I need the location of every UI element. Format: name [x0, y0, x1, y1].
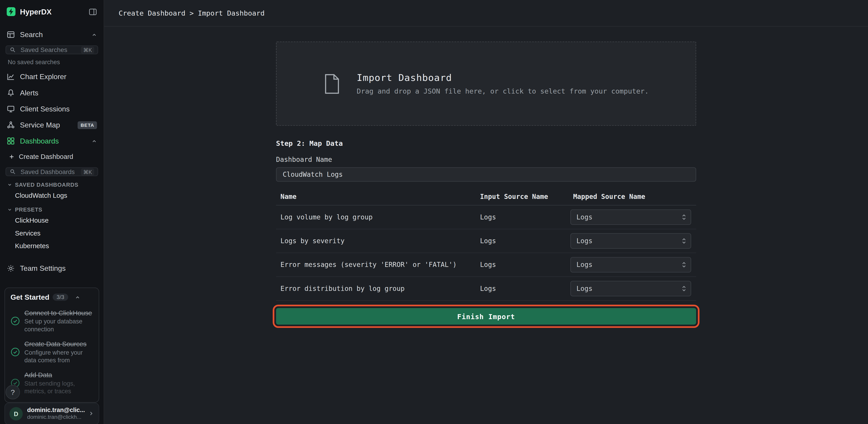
sidebar-item-dashboards[interactable]: Dashboards: [0, 133, 103, 149]
sidebar-collapse-icon[interactable]: [89, 7, 97, 16]
step-title: Connect to ClickHouse: [24, 309, 93, 317]
get-started-step-connect[interactable]: Connect to ClickHouse Set up your databa…: [11, 306, 93, 337]
bell-icon: [6, 89, 15, 97]
input-source-name: Logs: [480, 285, 568, 292]
saved-dashboards-section-header[interactable]: SAVED DASHBOARDS: [0, 177, 103, 189]
chart-name: Log volume by log group: [276, 214, 480, 221]
table-row: Logs by severity Logs Logs: [276, 229, 696, 253]
dashboard-name-input[interactable]: [276, 167, 696, 182]
get-started-title: Get Started: [11, 293, 50, 301]
user-menu[interactable]: D dominic.tran@clic... dominic.tran@clic…: [4, 402, 99, 424]
table-row: Log volume by log group Logs Logs: [276, 205, 696, 229]
chart-explorer-icon: [6, 72, 15, 81]
step-desc: Start sending logs, metrics, or traces: [24, 380, 93, 395]
input-source-name: Logs: [480, 261, 568, 268]
step-desc: Configure where your data comes from: [24, 349, 93, 364]
hyperdx-app: HyperDX Search ⌘K No saved searches: [0, 0, 868, 424]
app-title: HyperDX: [20, 7, 84, 16]
finish-import-button[interactable]: Finish Import: [276, 308, 696, 325]
chevron-up-icon[interactable]: [91, 138, 97, 144]
preset-item-kubernetes[interactable]: Kubernetes: [0, 240, 103, 253]
dropzone-subtitle: Drag and drop a JSON file here, or click…: [356, 87, 649, 95]
input-source-name: Logs: [480, 237, 568, 245]
chevron-up-icon[interactable]: [91, 32, 97, 37]
presets-section-header[interactable]: PRESETS: [0, 202, 103, 215]
mapped-source-select[interactable]: Logs: [570, 233, 691, 249]
preset-item-clickhouse[interactable]: ClickHouse: [0, 214, 103, 227]
dropzone-title: Import Dashboard: [356, 72, 649, 83]
client-sessions-label: Client Sessions: [20, 105, 97, 113]
check-circle-icon: [11, 347, 20, 357]
mapped-source-select[interactable]: Logs: [570, 257, 691, 272]
chevron-down-icon: [7, 182, 12, 187]
table-header-row: Name Input Source Name Mapped Source Nam…: [276, 188, 696, 205]
col-header-mapped-source: Mapped Source Name: [569, 193, 696, 200]
plus-icon: [8, 154, 15, 160]
sidebar-item-chart-explorer[interactable]: Chart Explorer: [0, 69, 103, 85]
help-button[interactable]: ?: [6, 385, 20, 399]
chevron-down-icon: [7, 207, 12, 212]
dashboard-item-cloudwatch-logs[interactable]: CloudWatch Logs: [0, 189, 103, 202]
logo-row: HyperDX: [0, 0, 103, 22]
saved-searches-search[interactable]: ⌘K: [6, 45, 98, 54]
dashboards-label: Dashboards: [20, 137, 86, 145]
select-chevrons-icon: [682, 214, 686, 220]
saved-dashboards-search[interactable]: ⌘K: [6, 167, 98, 176]
import-dropzone[interactable]: Import Dashboard Drag and drop a JSON fi…: [276, 41, 696, 126]
chevron-up-icon[interactable]: [75, 294, 81, 300]
chart-name: Error distribution by log group: [276, 285, 480, 292]
user-name: dominic.tran@clic...: [27, 406, 84, 414]
sidebar-item-search[interactable]: Search: [0, 27, 103, 43]
chevron-right-icon: [88, 411, 94, 417]
sidebar: HyperDX Search ⌘K No saved searches: [0, 0, 104, 424]
shortcut-badge: ⌘K: [81, 168, 94, 175]
sidebar-item-alerts[interactable]: Alerts: [0, 85, 103, 101]
step-desc: Set up your database connection: [24, 318, 93, 333]
create-dashboard-button[interactable]: Create Dashboard: [0, 149, 103, 165]
team-settings-label: Team Settings: [20, 264, 97, 272]
sidebar-item-service-map[interactable]: Service Map BETA: [0, 117, 103, 133]
shortcut-badge: ⌘K: [81, 46, 94, 54]
sidebar-item-client-sessions[interactable]: Client Sessions: [0, 101, 103, 117]
search-section-icon: [6, 31, 15, 39]
col-header-input-source: Input Source Name: [480, 193, 568, 200]
select-chevrons-icon: [682, 237, 686, 244]
create-dashboard-label: Create Dashboard: [19, 153, 73, 160]
search-icon: [9, 168, 16, 175]
col-header-name: Name: [276, 193, 480, 200]
screen: HyperDX Search ⌘K No saved searches: [0, 0, 868, 424]
table-row: Error messages (severity 'ERROR' or 'FAT…: [276, 253, 696, 277]
breadcrumb: Create Dashboard > Import Dashboard: [119, 9, 265, 17]
check-circle-icon: [11, 317, 20, 326]
saved-searches-input[interactable]: [20, 46, 78, 54]
service-map-label: Service Map: [20, 121, 73, 129]
dashboards-icon: [6, 137, 15, 145]
input-source-name: Logs: [480, 214, 568, 221]
saved-dashboards-input[interactable]: [20, 168, 78, 175]
alerts-label: Alerts: [20, 89, 97, 97]
sidebar-item-team-settings[interactable]: Team Settings: [0, 260, 103, 276]
monitor-icon: [6, 105, 15, 113]
mapped-source-select[interactable]: Logs: [570, 209, 691, 225]
step-heading: Step 2: Map Data: [276, 139, 696, 148]
chart-explorer-label: Chart Explorer: [20, 72, 97, 81]
select-chevrons-icon: [682, 261, 686, 268]
search-icon: [9, 46, 16, 53]
preset-item-services[interactable]: Services: [0, 227, 103, 240]
hyperdx-logo-icon: [6, 7, 16, 16]
get-started-step-sources[interactable]: Create Data Sources Configure where your…: [11, 337, 93, 368]
step-title: Create Data Sources: [24, 340, 93, 348]
file-icon: [323, 73, 340, 94]
mapping-table: Name Input Source Name Mapped Source Nam…: [276, 188, 696, 301]
get-started-progress-badge: 3/3: [53, 294, 68, 301]
get-started-card: Get Started 3/3 Connect to ClickHouse Se…: [4, 288, 99, 402]
beta-badge: BETA: [78, 121, 97, 129]
content: Import Dashboard Drag and drop a JSON fi…: [104, 27, 868, 424]
user-email: dominic.tran@clickh...: [27, 414, 84, 421]
mapped-source-select[interactable]: Logs: [570, 281, 691, 296]
topbar: Create Dashboard > Import Dashboard: [104, 0, 868, 27]
get-started-step-add-data[interactable]: Add Data Start sending logs, metrics, or…: [11, 368, 93, 399]
gear-icon: [6, 264, 15, 272]
dashboard-name-label: Dashboard Name: [276, 156, 696, 163]
get-started-header[interactable]: Get Started 3/3: [11, 293, 93, 301]
